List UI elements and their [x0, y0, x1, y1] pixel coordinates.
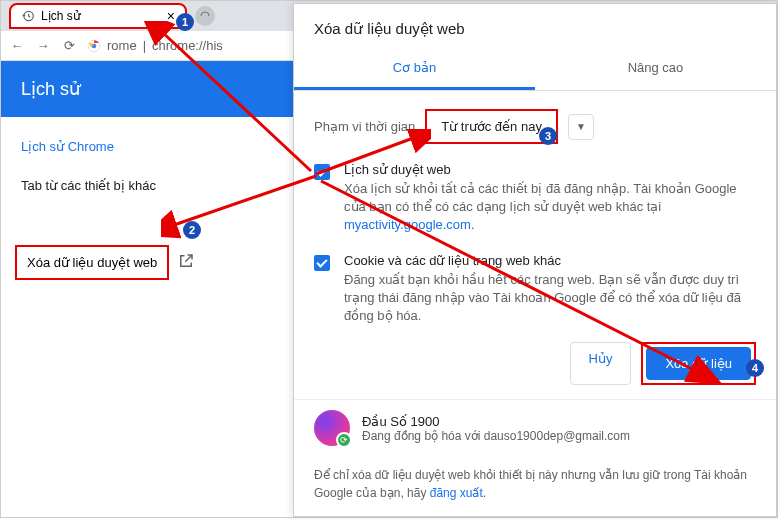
sidebar: Lịch sử Lịch sử Chrome Tab từ các thiết … [1, 61, 293, 517]
sidebar-item-chrome-history[interactable]: Lịch sử Chrome [1, 127, 293, 166]
profile-row: ⟳ Đầu Số 1900 Đang đồng bộ hóa với dauso… [294, 399, 776, 456]
new-tab-button[interactable] [195, 6, 215, 26]
external-link-icon [177, 252, 195, 274]
checkbox-history[interactable] [314, 164, 330, 180]
checkbox-cookies[interactable] [314, 255, 330, 271]
profile-sync-status: Đang đồng bộ hóa với dauso1900dep@gmail.… [362, 429, 630, 443]
time-range-label: Phạm vi thời gian [314, 119, 415, 134]
sidebar-item-other-devices[interactable]: Tab từ các thiết bị khác [1, 166, 293, 205]
tab-advanced[interactable]: Nâng cao [535, 48, 776, 90]
myactivity-link[interactable]: myactivity.google.com [344, 217, 471, 232]
profile-name: Đầu Số 1900 [362, 414, 630, 429]
clear-browsing-data-link[interactable]: Xóa dữ liệu duyệt web [15, 245, 169, 280]
cancel-button[interactable]: Hủy [570, 342, 632, 385]
forward-icon[interactable]: → [35, 38, 51, 53]
close-icon[interactable]: × [167, 8, 175, 24]
dialog-title: Xóa dữ liệu duyệt web [294, 4, 776, 48]
annotation-badge-2: 2 [183, 221, 201, 239]
url-display[interactable]: rome | chrome://his [87, 38, 223, 53]
signout-link[interactable]: đăng xuất [430, 486, 483, 500]
annotation-badge-4: 4 [746, 359, 764, 377]
tab-title: Lịch sử [41, 9, 81, 23]
back-icon[interactable]: ← [9, 38, 25, 53]
clear-data-dialog: Xóa dữ liệu duyệt web Cơ bản Nâng cao Ph… [293, 3, 777, 517]
dialog-tabs: Cơ bản Nâng cao [294, 48, 776, 91]
annotation-badge-3: 3 [539, 127, 557, 145]
option-cookies[interactable]: Cookie và các dữ liệu trang web khác Đăn… [314, 253, 756, 326]
tab-basic[interactable]: Cơ bản [294, 48, 535, 90]
chrome-icon [87, 39, 101, 53]
footer-note: Để chỉ xóa dữ liệu duyệt web khỏi thiết … [294, 456, 776, 516]
annotation-badge-1: 1 [176, 13, 194, 31]
page-title: Lịch sử [1, 61, 293, 117]
svg-point-1 [200, 11, 210, 21]
option-browsing-history[interactable]: Lịch sử duyệt web Xóa lịch sử khỏi tất c… [314, 162, 756, 235]
tab-history[interactable]: Lịch sử × [9, 3, 187, 29]
history-icon [21, 9, 35, 23]
chevron-down-icon[interactable]: ▼ [568, 114, 594, 140]
reload-icon[interactable]: ⟳ [61, 38, 77, 53]
clear-data-button[interactable]: Xóa dữ liệu [646, 347, 751, 380]
sync-icon: ⟳ [336, 432, 352, 448]
time-range-select[interactable]: Từ trước đến nay [425, 109, 558, 144]
